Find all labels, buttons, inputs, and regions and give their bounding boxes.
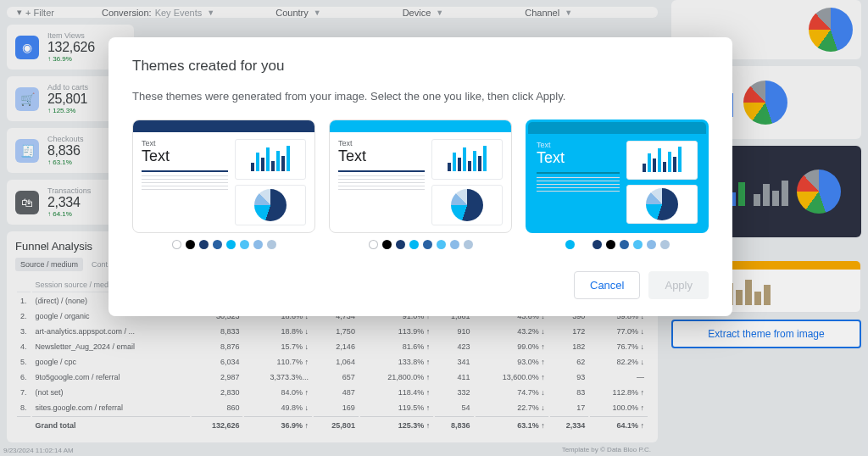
filter-country[interactable]: Country ▼ [275, 8, 320, 18]
table-row[interactable]: 7.(not set) 2,83084.0% ↑ 487118.4% ↑ 332… [17, 386, 648, 399]
add-filter-button[interactable]: ▾ + Filter [17, 7, 54, 18]
pie-icon [743, 81, 787, 125]
template-credit: Template by © Data Bloo P.C. [7, 442, 658, 456]
themes-modal: Themes created for you These themes were… [108, 37, 732, 316]
modal-subtitle: These themes were generated from your im… [132, 90, 709, 103]
checkout-icon: 🧾 [15, 139, 39, 163]
theme-swatches [172, 240, 276, 249]
chevron-down-icon: ▼ [314, 8, 321, 17]
table-row[interactable]: 5.google / cpc 6,034110.7% ↑ 1,064133.8%… [17, 355, 648, 369]
extract-theme-button[interactable]: Extract theme from image [671, 320, 861, 348]
theme-option-2[interactable]: Text Text [329, 120, 512, 249]
table-row[interactable]: 3.art-analytics.appspot.com / ... 8,8331… [17, 325, 648, 338]
table-row[interactable]: 4.Newsletter_Aug_2024 / email 8,87615.7%… [17, 340, 648, 353]
modal-title: Themes created for you [132, 58, 709, 75]
theme-swatches [369, 240, 473, 249]
pie-icon [809, 8, 853, 52]
filter-icon: ▾ [17, 7, 22, 18]
chevron-down-icon: ▼ [565, 8, 572, 17]
filter-conversion[interactable]: Conversion: Key Events ▼ [102, 8, 214, 18]
eye-icon: ◉ [15, 36, 39, 59]
pie-icon [797, 170, 841, 214]
chevron-down-icon: ▼ [436, 8, 443, 17]
theme-option-1[interactable]: Text Text [132, 120, 315, 249]
theme-swatches [565, 240, 670, 249]
cancel-button[interactable]: Cancel [574, 271, 640, 299]
table-row[interactable]: 6.9to5google.com / referral 2,9873,373.3… [17, 370, 648, 384]
cart-icon: 🛒 [15, 87, 39, 111]
table-row[interactable]: 8.sites.google.com / referral 86049.8% ↓… [17, 401, 648, 414]
bag-icon: 🛍 [15, 191, 39, 214]
chevron-down-icon: ▼ [207, 8, 214, 17]
filter-bar: ▾ + Filter Conversion: Key Events ▼ Coun… [7, 7, 658, 18]
theme-option-3[interactable]: Text Text [526, 120, 709, 249]
bar-icon [754, 177, 788, 206]
filter-device[interactable]: Device ▼ [403, 8, 444, 18]
table-total-row: Grand total132,62636.9% ↑25,801125.3% ↑8… [17, 416, 648, 432]
timestamp: 9/23/2024 11:02:14 AM [3, 447, 74, 454]
tab-source-medium[interactable]: Source / medium [15, 258, 83, 271]
apply-button[interactable]: Apply [648, 271, 709, 299]
filter-channel[interactable]: Channel ▼ [525, 8, 572, 18]
